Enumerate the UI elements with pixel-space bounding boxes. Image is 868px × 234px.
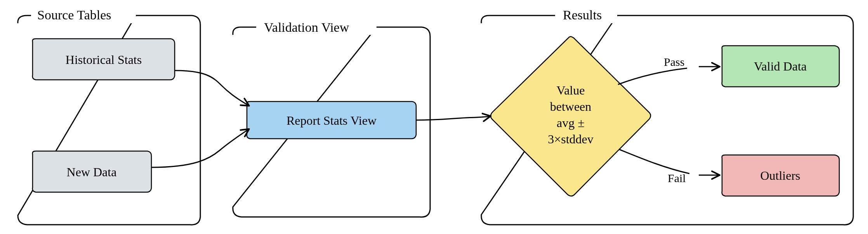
edge-label-pass: Pass [664,55,684,68]
group-label-results: Results [563,8,602,22]
arrow-decision-to-outliers [620,150,689,174]
label-decision-l1: Value [557,83,585,97]
group-validation-view: Validation View Report Stats View [233,19,430,217]
group-label-source: Source Tables [37,8,111,22]
node-decision: Value between avg ± 3×stddev [491,36,651,196]
group-source-tables: Source Tables Historical Stats New Data [18,8,200,225]
group-label-validation: Validation View [264,20,349,34]
group-results: Results Value between avg ± 3×stddev Val… [481,8,853,225]
arrow-historical-to-report [175,71,248,105]
flow-diagram: Source Tables Historical Stats New Data … [0,0,868,234]
label-decision-l3: avg ± [557,116,585,130]
arrow-decision-to-valid [618,68,687,84]
edge-label-fail: Fail [668,172,686,184]
node-historical-stats: Historical Stats [33,39,175,80]
label-reportstats: Report Stats View [286,114,377,127]
label-outliers: Outliers [760,169,800,182]
node-new-data: New Data [33,151,151,192]
arrow-report-to-decision [416,116,490,120]
label-newdata: New Data [67,165,117,179]
label-validdata: Valid Data [754,59,807,73]
label-decision-l2: between [550,100,592,114]
node-report-stats-view: Report Stats View [247,102,416,139]
label-decision-l4: 3×stddev [548,132,594,146]
label-historical: Historical Stats [66,53,142,67]
node-outliers: Outliers [722,155,839,196]
node-valid-data: Valid Data [722,46,839,87]
